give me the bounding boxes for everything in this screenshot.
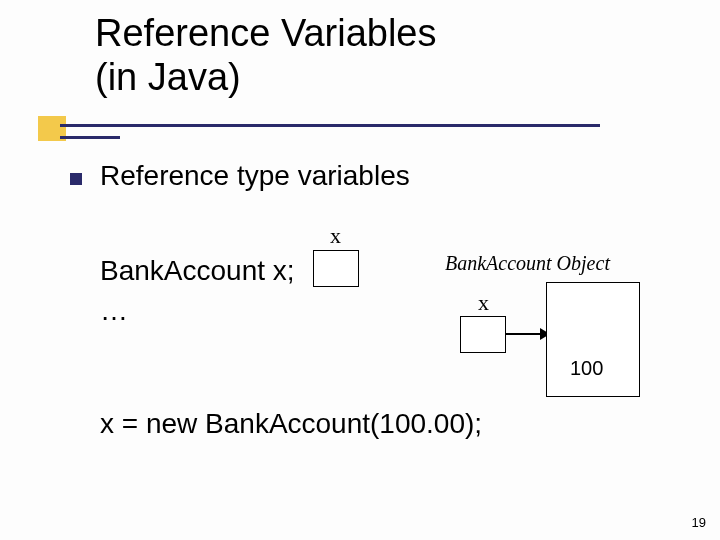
page-number: 19 (692, 515, 706, 530)
label-x-top: x (330, 223, 341, 249)
body-content: Reference type variables (70, 160, 680, 192)
bullet-item: Reference type variables (70, 160, 680, 192)
label-x-bottom: x (478, 290, 489, 316)
slide: Reference Variables (in Java) Reference … (0, 0, 720, 540)
bullet-text: Reference type variables (100, 160, 410, 192)
slide-title: Reference Variables (in Java) (95, 12, 436, 99)
box-x-ref (460, 316, 506, 353)
code-assignment: x = new BankAccount(100.00); (100, 408, 482, 440)
divider-long (60, 124, 600, 127)
label-object-caption: BankAccount Object (445, 252, 610, 275)
box-x-empty (313, 250, 359, 287)
divider-short (60, 136, 120, 139)
code-ellipsis: … (100, 295, 128, 327)
object-value: 100 (570, 357, 603, 380)
title-line-2: (in Java) (95, 56, 436, 100)
bullet-icon (70, 173, 82, 185)
title-line-1: Reference Variables (95, 12, 436, 56)
code-declaration: BankAccount x; (100, 255, 295, 287)
